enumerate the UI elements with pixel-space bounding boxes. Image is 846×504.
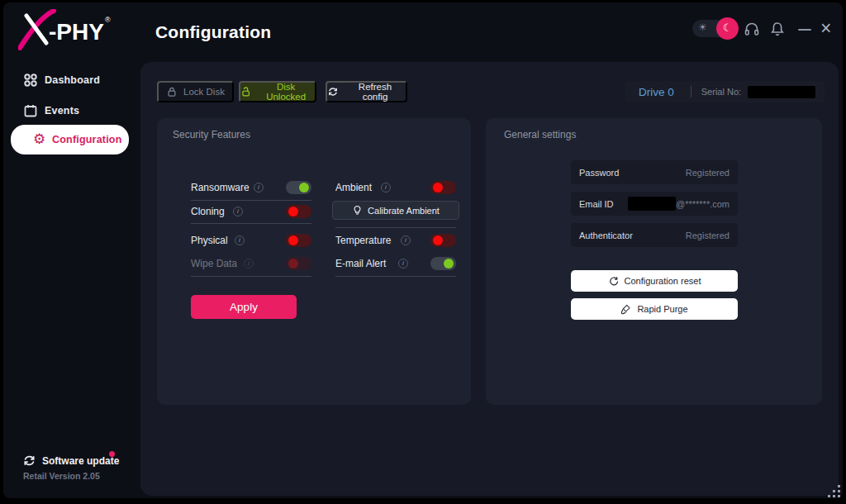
email-id-row[interactable]: Email ID @*******.com [571, 192, 738, 216]
temperature-toggle[interactable] [430, 234, 456, 247]
toggle-row-temperature: Temperature i [335, 234, 456, 248]
cloning-toggle[interactable] [286, 205, 311, 218]
password-status: Registered [686, 168, 730, 178]
lock-open-icon [240, 86, 251, 97]
divider [335, 227, 456, 228]
authenticator-row[interactable]: Authenticator Registered [571, 223, 738, 247]
toggle-label: Physical [191, 235, 228, 246]
email-redacted [628, 197, 676, 211]
toggle-row-ambient: Ambient i [335, 181, 456, 195]
software-update-label: Software update [42, 455, 119, 467]
email-alert-toggle[interactable] [430, 257, 456, 270]
info-icon[interactable]: i [235, 235, 245, 245]
lock-closed-icon [166, 86, 178, 97]
toggle-knob [288, 259, 298, 269]
toggle-row-wipe-data: Wipe Data i [191, 257, 311, 271]
info-icon[interactable]: i [381, 183, 391, 193]
toggle-row-physical: Physical i [191, 234, 311, 248]
toggle-label: E-mail Alert [335, 258, 386, 269]
gear-icon: ⚙ [33, 131, 45, 147]
general-settings-card: General settings Password Registered Ema… [486, 118, 822, 405]
info-icon[interactable]: i [254, 183, 264, 193]
notifications-bell-icon[interactable] [769, 21, 786, 37]
sidebar-item-events[interactable]: Events [3, 102, 140, 121]
toggle-knob [433, 235, 443, 245]
purge-brush-icon [620, 304, 631, 315]
toggle-knob [299, 183, 309, 193]
email-domain-masked: @*******.com [676, 199, 730, 209]
toggle-knob [288, 207, 298, 216]
lock-disk-label: Lock Disk [183, 87, 225, 97]
update-notification-dot [109, 451, 115, 457]
toggle-label: Temperature [335, 235, 391, 246]
divider [335, 276, 456, 277]
minimize-button[interactable] [798, 29, 811, 31]
lock-disk-button[interactable]: Lock Disk [157, 81, 234, 102]
svg-text:®: ® [105, 16, 111, 24]
apply-button[interactable]: Apply [191, 295, 297, 319]
toggle-label: Ambient [335, 182, 372, 193]
sidebar-item-label: Events [45, 105, 79, 116]
toggle-knob [444, 259, 454, 269]
sidebar-item-label: Configuration [52, 134, 122, 145]
refresh-config-label: Refresh config [345, 82, 406, 102]
toggle-row-email-alert: E-mail Alert i [335, 257, 456, 271]
info-icon: i [244, 259, 254, 269]
general-settings-title: General settings [504, 129, 576, 140]
authenticator-status: Registered [686, 231, 730, 240]
moon-icon[interactable]: ☾ [716, 17, 739, 40]
serial-number-redacted [748, 86, 815, 98]
toggle-knob [288, 235, 298, 245]
theme-toggle[interactable]: ☀ ☾ [692, 20, 735, 37]
reset-rotate-icon [608, 276, 619, 287]
sync-icon [22, 454, 36, 468]
divider [191, 200, 311, 201]
sidebar-item-configuration[interactable]: ⚙ Configuration [11, 125, 129, 155]
version-label: Retail Version 2.05 [23, 471, 100, 481]
info-icon[interactable]: i [401, 235, 411, 245]
main-content-panel: Lock Disk Disk Unlocked Refresh config D… [140, 62, 839, 496]
divider [191, 276, 311, 277]
calibrate-ambient-label: Calibrate Ambient [368, 206, 440, 216]
email-id-label: Email ID [579, 199, 614, 209]
sidebar-item-dashboard[interactable]: Dashboard [3, 71, 140, 91]
refresh-config-button[interactable]: Refresh config [326, 81, 407, 102]
divider [691, 86, 692, 97]
info-icon[interactable]: i [398, 259, 408, 269]
ambient-toggle[interactable] [430, 181, 456, 194]
disk-unlocked-button[interactable]: Disk Unlocked [239, 81, 316, 102]
dashboard-icon [23, 73, 38, 88]
configuration-reset-button[interactable]: Configuration reset [571, 270, 738, 292]
info-icon[interactable]: i [233, 207, 243, 216]
password-label: Password [579, 168, 619, 178]
close-icon[interactable]: × [820, 17, 831, 39]
password-row[interactable]: Password Registered [571, 160, 738, 184]
page-title: Configuration [155, 22, 271, 42]
resize-grip[interactable] [828, 485, 841, 498]
configuration-reset-label: Configuration reset [625, 276, 701, 286]
physical-toggle[interactable] [286, 234, 311, 247]
calibrate-ambient-button[interactable]: Calibrate Ambient [332, 201, 459, 220]
software-update-button[interactable]: Software update [3, 452, 140, 470]
security-features-card: Security Features Ransomware i Cloning i… [157, 118, 471, 405]
toggle-knob [433, 183, 443, 193]
sidebar-item-label: Dashboard [45, 74, 100, 86]
security-features-title: Security Features [173, 129, 250, 140]
toggle-label: Wipe Data [191, 258, 237, 269]
authenticator-label: Authenticator [579, 231, 633, 240]
toggle-label: Cloning [191, 206, 225, 217]
wipe-data-toggle[interactable] [286, 257, 311, 270]
xphy-logo: -PHY ® [18, 9, 117, 50]
drive-name[interactable]: Drive 0 [639, 86, 674, 98]
refresh-icon [327, 86, 339, 97]
drive-info-bar: Drive 0 Serial No: [625, 81, 825, 102]
sun-icon: ☀ [698, 21, 707, 33]
events-icon [23, 103, 38, 118]
rapid-purge-button[interactable]: Rapid Purge [571, 298, 738, 320]
ransomware-toggle[interactable] [286, 181, 311, 194]
toggle-label: Ransomware [191, 182, 250, 193]
support-headphones-icon[interactable] [744, 21, 760, 37]
serial-number-label: Serial No: [701, 87, 741, 97]
light-bulb-icon [352, 205, 363, 216]
app-window: -PHY ® Dashboard Events ⚙ Configuration … [3, 2, 843, 498]
